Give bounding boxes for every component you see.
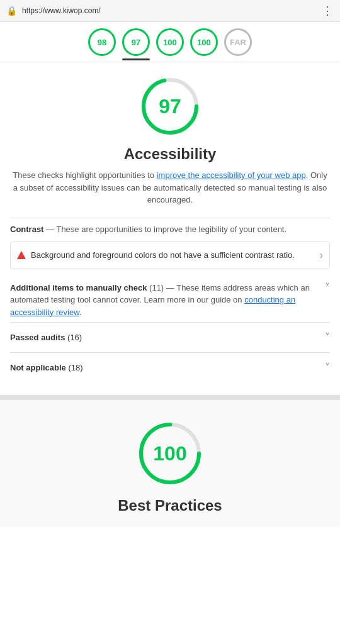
- not-applicable-chevron-icon: ˅: [325, 362, 330, 374]
- accessibility-link[interactable]: improve the accessibility of your web ap…: [157, 170, 306, 180]
- accessibility-score-label: 97: [159, 95, 181, 118]
- not-applicable-row[interactable]: Not applicable (18) ˅: [10, 352, 330, 382]
- content-area: Contrast — These are opportunities to im…: [0, 218, 340, 383]
- passed-audits-chevron-icon: ˅: [325, 331, 330, 343]
- passed-audits-label: Passed audits (16): [10, 333, 82, 342]
- accessibility-description: These checks highlight opportunities to …: [13, 169, 327, 206]
- contrast-chevron-icon: ›: [320, 250, 323, 261]
- best-practices-score-label: 100: [153, 442, 186, 465]
- manual-check-text: Additional items to manually check (11) …: [10, 282, 320, 319]
- warning-triangle-icon: [17, 251, 26, 259]
- best-practices-title: Best Practices: [13, 497, 327, 514]
- manual-check-label: Additional items to manually check: [10, 283, 147, 292]
- contrast-item-text: Background and foreground colors do not …: [31, 250, 295, 261]
- tab-underline-seo: [190, 58, 218, 60]
- not-applicable-label: Not applicable (18): [10, 363, 83, 372]
- score-performance[interactable]: 98: [88, 28, 116, 56]
- manual-check-end: .: [79, 308, 82, 317]
- contrast-label: Contrast: [10, 225, 43, 234]
- best-practices-donut: 100: [135, 419, 205, 488]
- contrast-audit-item[interactable]: Background and foreground colors do not …: [10, 242, 330, 269]
- not-applicable-text: Not applicable: [10, 363, 66, 372]
- tab-underline-best-practices: [156, 58, 184, 60]
- browser-toolbar: 🔒 https://www.kiwop.com/ ⋮: [0, 0, 340, 22]
- score-pwa[interactable]: FAR: [224, 28, 252, 56]
- desc-before-link: These checks highlight opportunities to: [13, 170, 156, 180]
- manual-check-chevron-icon: ˅: [325, 282, 330, 294]
- best-practices-section: 100 Best Practices: [0, 395, 340, 527]
- not-applicable-count-value: (18): [68, 363, 82, 372]
- accessibility-score-container: 97: [13, 75, 327, 138]
- accessibility-score-donut: 97: [139, 75, 201, 138]
- contrast-desc: — These are opportunities to improve the…: [43, 225, 286, 234]
- manual-check-count-value: (11): [149, 283, 164, 292]
- passed-audits-text: Passed audits: [10, 333, 65, 342]
- lock-icon: 🔒: [6, 6, 17, 16]
- accessibility-section: 97 Accessibility These checks highlight …: [0, 62, 340, 206]
- passed-audits-count-value: (16): [67, 333, 82, 342]
- manual-check-header[interactable]: Additional items to manually check (11) …: [10, 282, 330, 319]
- manual-check-section: Additional items to manually check (11) …: [10, 273, 330, 323]
- url-bar[interactable]: https://www.kiwop.com/: [22, 6, 317, 15]
- audit-item-left: Background and foreground colors do not …: [17, 250, 315, 261]
- score-accessibility[interactable]: 97: [122, 28, 150, 56]
- passed-audits-row[interactable]: Passed audits (16) ˅: [10, 322, 330, 352]
- scores-row: 98 97 100 100 FAR: [0, 22, 340, 56]
- tab-underline-pwa: [224, 58, 252, 60]
- contrast-group-header: Contrast — These are opportunities to im…: [10, 218, 330, 238]
- score-best-practices[interactable]: 100: [156, 28, 184, 56]
- tab-underline-performance: [88, 58, 116, 60]
- tab-underline-accessibility: [122, 58, 150, 60]
- accessibility-title: Accessibility: [13, 145, 327, 163]
- browser-menu-icon[interactable]: ⋮: [322, 4, 334, 18]
- tab-indicators: [0, 56, 340, 60]
- score-seo[interactable]: 100: [190, 28, 218, 56]
